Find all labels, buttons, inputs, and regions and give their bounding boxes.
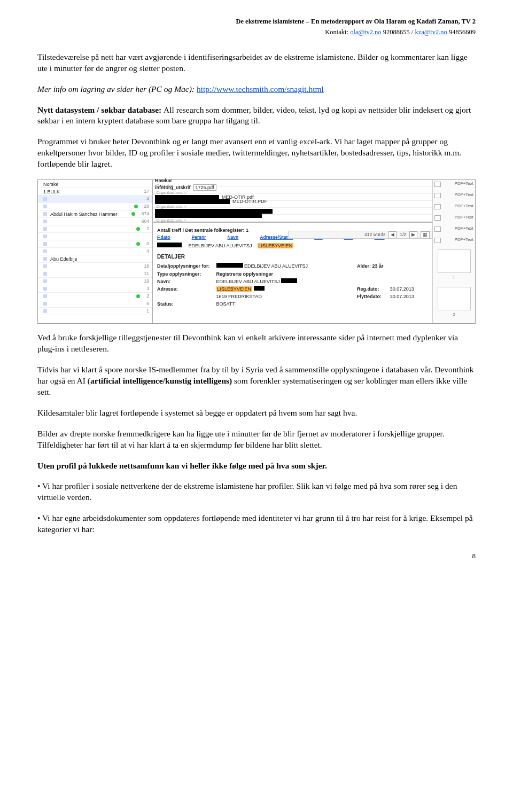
shot-view-toggle[interactable]: ▦ [421, 231, 430, 238]
shot-mid-row[interactable]: Organizations > [153, 215, 432, 222]
shot-l1a: Detaljopplysninger for: [157, 263, 210, 269]
para-6: Tidvis har vi klart å spore norske IS-me… [37, 364, 476, 398]
shot-left-row[interactable]: 3 [38, 285, 152, 293]
snagit-link[interactable]: http://www.techsmith.com/snagit.html [197, 84, 324, 93]
file-icon [434, 193, 441, 198]
header-phone2: 94856609 [447, 28, 476, 36]
shot-left-row[interactable]: 4 [38, 248, 152, 255]
filetype-4: PDF+Text [455, 215, 473, 221]
filetype-1: PDF+Text [455, 181, 473, 187]
shot-col-f.dato[interactable]: F.dato [157, 235, 170, 240]
shot-l1c: Alder: 23 år [357, 263, 384, 269]
shot-left-row[interactable]: 6 [38, 300, 152, 308]
para-2-italic: Mer info om lagring av sider her (PC og … [37, 84, 197, 93]
file-icon [434, 204, 441, 209]
shot-left-row[interactable]: 16 [38, 263, 152, 270]
shot-left-row[interactable]: 19 [38, 278, 152, 285]
thumb-2 [438, 287, 471, 310]
shot-l2a: Type opplysninger: [157, 271, 201, 277]
shot-left-row[interactable]: Abdul Hakim Sanchez Hammer674 [38, 210, 152, 218]
para-3-bold: Nytt datasystem / søkbar database: [37, 105, 164, 114]
shot-left-row[interactable]: 2 [38, 225, 152, 233]
shot-l4d: 30.07.2013 [390, 285, 421, 293]
para-6b: artificial intelligence/kunstig intellig… [90, 376, 232, 385]
shot-left-row[interactable]: 2 [38, 293, 152, 300]
shot-words-bar: 412 words ◀ 1/2 ▶ ▦ [288, 231, 432, 239]
shot-row-addr: LISLEBYVEIEN [258, 243, 294, 248]
shot-left-row[interactable]: 28 [38, 203, 152, 210]
header-phone1: 92088655 / [382, 28, 415, 36]
shot-l4a: Adresse: [157, 286, 178, 292]
shot-left-row[interactable]: 1 [38, 308, 152, 315]
para-3: Nytt datasystem / søkbar database: All r… [37, 105, 476, 127]
shot-row-name: EDELBIJEV ABU ALUEVITSJ [189, 243, 252, 248]
bullet-2: • Vi har egne arbeidsdokumenter som oppd… [37, 513, 476, 535]
shot-left-row[interactable]: 604 [38, 218, 152, 225]
shot-left-pane: Norske1.BULK17428Abdul Hakim Sanchez Ham… [38, 180, 153, 323]
shot-l3b: EDELBIJEV ABU ALUEVITSJ [216, 279, 280, 284]
shot-pager-prev[interactable]: ◀ [388, 231, 397, 238]
para-5: Ved å bruke forskjellige tilleggstjenest… [37, 332, 476, 355]
para-8: Bilder av drepte norske fremmedkrigere k… [37, 428, 476, 451]
shot-pager-label: 1/2 [400, 232, 406, 238]
bullet-1: • Vi har profiler i sosiale nettverkene … [37, 481, 476, 503]
para-1: Tilstedeværelse på nett har vært avgjøre… [37, 52, 476, 74]
shot-pager-next[interactable]: ▶ [409, 231, 417, 238]
file-icon [434, 182, 441, 187]
shot-middle-pane: HawkarOrganizainfotorg_utskrif 1725.pdfO… [153, 180, 432, 323]
file-icon [434, 227, 441, 232]
thumb-2-num: 2 [434, 312, 473, 318]
header-email1[interactable]: ola@tv2.no [350, 28, 381, 36]
header-line2: Kontakt: ola@tv2.no 92088655 / kza@tv2.n… [37, 28, 476, 37]
shot-treff: Antall treff i Det sentrale folkeregiste… [157, 228, 248, 233]
file-icon [434, 215, 441, 221]
shot-l6a: Status: [157, 301, 174, 307]
shot-right-pane: PDF+Text PDF+Text PDF+Text PDF+Text PDF+… [432, 180, 475, 323]
doc-header: De ekstreme islamistene – En metoderappo… [37, 17, 476, 37]
shot-col-navn[interactable]: Navn [228, 235, 239, 240]
shot-detaljer-title: DETALJER [157, 253, 428, 261]
shot-l5c: Flyttedato: [357, 294, 382, 299]
shot-mid-row[interactable]: infotorg_utskrif 1725.pdfOrganizations > [153, 187, 432, 194]
shot-left-row[interactable]: Norske [38, 181, 152, 188]
shot-l2b: Registrerte opplysninger [216, 271, 274, 277]
shot-mid-row[interactable]: MED-OTIR.PDFOrganizations > [153, 201, 432, 208]
shot-left-row[interactable]: 4 [38, 196, 152, 203]
shot-col-persnr[interactable]: Persnr [192, 235, 206, 240]
shot-l3a: Navn: [157, 279, 170, 284]
filetype-5: PDF+Text [455, 226, 473, 232]
page-number: 8 [37, 551, 476, 561]
shot-words-count: 412 words [364, 232, 385, 238]
shot-l1b: EDELBIJEV ABU ALUEVITSJ [244, 263, 308, 269]
header-line1: De ekstreme islamistene – En metoderappo… [37, 17, 476, 26]
shot-left-row[interactable] [38, 233, 152, 240]
bold-line: Uten profil på lukkede nettsamfunn kan v… [37, 460, 476, 472]
header-contact-pre: Kontakt: [325, 28, 350, 36]
para-7: Kildesamtaler blir lagret fortløpende i … [37, 408, 476, 419]
para-4: Programmet vi bruker heter Devonthink og… [37, 136, 476, 170]
file-icon [434, 238, 441, 243]
filetype-2: PDF+Text [455, 192, 473, 198]
thumb-1 [438, 249, 471, 273]
shot-left-row[interactable]: 11 [38, 270, 152, 278]
shot-left-row[interactable]: 1.BULK17 [38, 188, 152, 196]
shot-left-row[interactable]: 0 [38, 240, 152, 248]
para-2: Mer info om lagring av sider her (PC og … [37, 84, 476, 95]
filetype-3: PDF+Text [455, 204, 473, 209]
devonthink-screenshot: Norske1.BULK17428Abdul Hakim Sanchez Ham… [37, 179, 476, 324]
thumb-1-num: 1 [434, 275, 473, 280]
shot-left-row[interactable]: Abu Edelbije [38, 255, 152, 263]
shot-l6b: BOSATT [216, 300, 315, 308]
shot-l5d: 30.07.2013 [390, 293, 421, 300]
header-email2[interactable]: kza@tv2.no [415, 28, 447, 36]
shot-l4c: Reg.dato: [357, 286, 379, 292]
shot-l4b: LISLEBYVEIEN [216, 286, 253, 292]
shot-l5b: 1619 FREDRIKSTAD [216, 293, 315, 300]
filetype-6: PDF+Text [455, 237, 473, 243]
